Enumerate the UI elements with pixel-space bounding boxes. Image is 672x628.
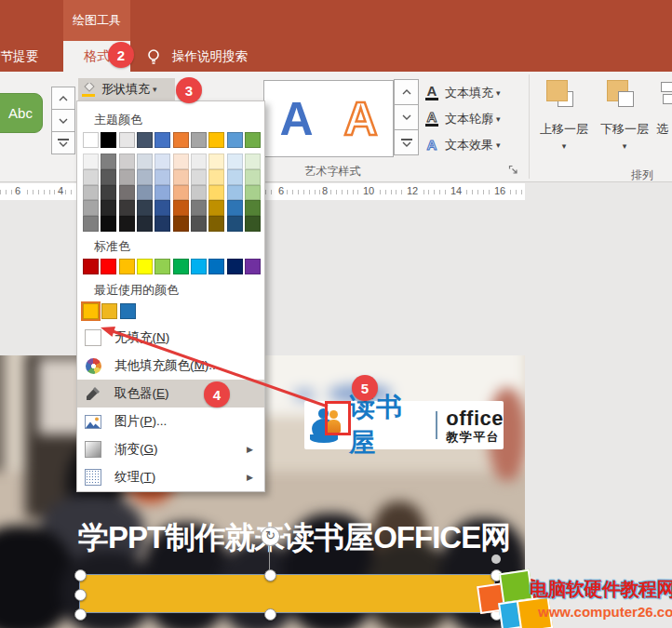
color-swatch[interactable]	[173, 154, 189, 169]
menu-item-texture[interactable]: 纹理(T) ▶	[77, 463, 264, 491]
color-swatch[interactable]	[137, 259, 153, 274]
color-swatch[interactable]	[191, 200, 207, 216]
color-swatch[interactable]	[119, 169, 135, 185]
wordart-style-blue[interactable]: A	[279, 92, 313, 146]
scroll-up-button[interactable]	[51, 87, 75, 110]
bring-forward-button[interactable]: 上移一层 ▾	[546, 80, 582, 115]
shape-fill-button[interactable]: 形状填充 ▾	[78, 78, 175, 100]
menu-item-picture[interactable]: 图片(P)...	[77, 408, 264, 435]
text-outline-button[interactable]: A 文本轮廓 ▾	[423, 106, 501, 131]
color-swatch[interactable]	[245, 169, 261, 185]
menu-item-no-fill[interactable]: 无填充(N)	[77, 324, 264, 352]
color-swatch[interactable]	[119, 216, 135, 232]
wordart-gallery[interactable]: A A	[263, 80, 394, 157]
color-swatch[interactable]	[101, 132, 116, 148]
tab-storyboard[interactable]: 情节提要	[0, 41, 38, 72]
color-swatch[interactable]	[101, 259, 116, 274]
resize-handle-mid-left[interactable]	[74, 589, 87, 601]
color-swatch[interactable]	[208, 200, 224, 216]
color-swatch[interactable]	[83, 132, 99, 148]
color-swatch[interactable]	[120, 303, 136, 319]
resize-handle-bottom-left[interactable]	[74, 608, 87, 621]
color-swatch[interactable]	[227, 132, 243, 148]
color-swatch[interactable]	[208, 259, 224, 274]
color-swatch[interactable]	[101, 169, 116, 185]
color-swatch[interactable]	[155, 216, 170, 232]
color-swatch[interactable]	[119, 132, 135, 148]
color-swatch[interactable]	[173, 216, 189, 232]
color-swatch[interactable]	[83, 185, 99, 201]
color-swatch[interactable]	[83, 303, 99, 319]
wordart-dialog-launcher-icon[interactable]	[508, 165, 518, 175]
color-swatch[interactable]	[245, 185, 261, 201]
color-swatch[interactable]	[208, 169, 224, 185]
selected-yellow-shape[interactable]	[79, 574, 495, 613]
menu-item-eyedropper[interactable]: 取色器(E)	[77, 380, 264, 408]
color-swatch[interactable]	[155, 185, 170, 201]
color-swatch[interactable]	[119, 154, 135, 169]
gallery-more-button[interactable]	[51, 131, 75, 154]
color-swatch[interactable]	[119, 185, 135, 201]
send-backward-button[interactable]: 下移一层 ▾	[607, 80, 642, 115]
color-swatch[interactable]	[137, 185, 153, 201]
color-swatch[interactable]	[173, 169, 189, 185]
color-swatch[interactable]	[227, 259, 243, 274]
color-swatch[interactable]	[191, 154, 207, 169]
color-swatch[interactable]	[227, 154, 243, 169]
gallery-more-button[interactable]	[394, 129, 419, 155]
color-swatch[interactable]	[227, 169, 243, 185]
color-swatch[interactable]	[173, 200, 189, 216]
color-swatch[interactable]	[155, 169, 170, 185]
color-swatch[interactable]	[137, 169, 153, 185]
color-swatch[interactable]	[208, 154, 224, 169]
color-swatch[interactable]	[101, 303, 117, 319]
scroll-down-button[interactable]	[51, 109, 75, 132]
color-swatch[interactable]	[227, 216, 243, 232]
color-swatch[interactable]	[245, 132, 261, 148]
selection-pane-label[interactable]: 选	[656, 121, 668, 138]
text-effects-button[interactable]: A 文本效果 ▾	[423, 132, 501, 157]
color-swatch[interactable]	[191, 132, 207, 148]
color-swatch[interactable]	[155, 132, 170, 148]
watermark-url[interactable]: www.computer26.com	[538, 604, 672, 620]
color-swatch[interactable]	[83, 169, 99, 185]
color-swatch[interactable]	[137, 132, 153, 148]
color-swatch[interactable]	[101, 200, 116, 216]
color-swatch[interactable]	[119, 259, 135, 274]
wordart-style-orange[interactable]: A	[343, 92, 377, 146]
color-swatch[interactable]	[137, 200, 153, 216]
color-swatch[interactable]	[245, 154, 261, 169]
color-swatch[interactable]	[101, 185, 116, 201]
color-swatch[interactable]	[245, 200, 261, 216]
color-swatch[interactable]	[208, 132, 224, 148]
color-swatch[interactable]	[245, 259, 261, 274]
resize-handle-top-left[interactable]	[74, 569, 87, 581]
color-swatch[interactable]	[101, 216, 116, 232]
color-swatch[interactable]	[83, 259, 99, 274]
color-swatch[interactable]	[173, 185, 189, 201]
shape-style-swatch[interactable]: Abc	[0, 93, 43, 133]
color-swatch[interactable]	[191, 185, 207, 201]
color-swatch[interactable]	[208, 185, 224, 201]
color-swatch[interactable]	[155, 200, 170, 216]
color-swatch[interactable]	[191, 216, 207, 232]
menu-item-more-fill-colors[interactable]: 其他填充颜色(M)...	[77, 352, 264, 380]
text-fill-button[interactable]: A 文本填充 ▾	[423, 80, 501, 105]
color-swatch[interactable]	[191, 259, 207, 274]
resize-handle-top-center[interactable]	[264, 569, 276, 581]
color-swatch[interactable]	[83, 200, 99, 216]
color-swatch[interactable]	[119, 200, 135, 216]
tell-me-search[interactable]: 操作说明搜索	[172, 41, 248, 72]
color-swatch[interactable]	[83, 216, 99, 232]
scroll-up-button[interactable]	[394, 79, 419, 105]
color-swatch[interactable]	[208, 216, 224, 232]
color-swatch[interactable]	[191, 169, 207, 185]
color-swatch[interactable]	[155, 154, 170, 169]
menu-item-gradient[interactable]: 渐变(G) ▶	[77, 435, 264, 463]
color-swatch[interactable]	[137, 154, 153, 169]
color-swatch[interactable]	[227, 200, 243, 216]
color-swatch[interactable]	[155, 259, 170, 274]
color-swatch[interactable]	[173, 132, 189, 148]
color-swatch[interactable]	[227, 185, 243, 201]
color-swatch[interactable]	[173, 259, 189, 274]
